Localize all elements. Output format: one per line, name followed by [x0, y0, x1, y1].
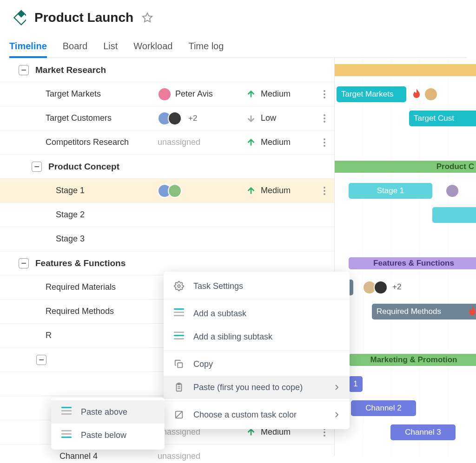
avatar-icon[interactable]: [158, 87, 172, 101]
priority-up-icon: [246, 186, 256, 196]
collapse-toggle-icon[interactable]: −: [19, 65, 29, 75]
gantt-task-bar[interactable]: [432, 207, 476, 223]
menu-paste-above[interactable]: Paste above: [51, 400, 165, 424]
task-list-pane: − Market Research Target Markets Peter A…: [0, 58, 335, 456]
avatar-stack[interactable]: [158, 184, 182, 198]
task-name: Target Customers: [46, 113, 112, 123]
avatar-icon[interactable]: [424, 87, 438, 101]
collapse-toggle-icon[interactable]: −: [36, 355, 46, 365]
task-row[interactable]: Stage 1 Medium: [0, 179, 334, 203]
menu-paste-below[interactable]: Paste below: [51, 424, 165, 447]
menu-custom-color[interactable]: Choose a custom task color: [164, 403, 350, 426]
bar-label: Marketing & Promotion: [370, 355, 457, 365]
assignee-extra-count: +2: [188, 114, 197, 123]
gantt-group-bar[interactable]: Marketing & Promotion: [349, 354, 476, 366]
more-actions-icon[interactable]: [324, 138, 326, 147]
gantt-group-bar[interactable]: Product C: [335, 161, 476, 173]
tab-list[interactable]: List: [103, 36, 118, 58]
more-actions-icon[interactable]: [324, 90, 326, 98]
sibling-subtask-icon: [174, 332, 184, 342]
gantt-group-bar[interactable]: Features & Functions: [349, 257, 476, 269]
priority-label: Low: [261, 113, 276, 123]
assignee-unassigned[interactable]: unassigned: [158, 137, 200, 147]
task-context-menu: Task Settings Add a subtask Add a siblin…: [164, 272, 350, 429]
svg-line-10: [176, 411, 183, 418]
no-color-icon: [174, 410, 184, 420]
svg-marker-2: [143, 13, 152, 22]
copy-icon: [174, 359, 184, 369]
chevron-right-icon: [335, 411, 339, 418]
view-tabs: Timeline Board List Workload Time log: [9, 36, 467, 58]
menu-label: Choose a custom task color: [193, 410, 297, 420]
paste-above-icon: [61, 407, 72, 417]
group-row[interactable]: − Market Research: [0, 58, 334, 82]
task-name: Target Markets: [46, 89, 101, 99]
bar-label: Features & Functions: [373, 259, 454, 268]
gantt-task-bar[interactable]: Stage 1: [349, 183, 432, 199]
priority-up-icon: [246, 89, 256, 99]
flame-icon: [411, 88, 422, 101]
priority-label: Medium: [261, 89, 291, 99]
task-name: R: [46, 331, 52, 340]
menu-add-subtask[interactable]: Add a subtask: [164, 302, 350, 325]
more-actions-icon[interactable]: [324, 428, 326, 437]
page-title: Product Launch: [34, 10, 133, 25]
menu-copy[interactable]: Copy: [164, 352, 350, 376]
task-row[interactable]: Stage 2: [0, 203, 334, 227]
svg-point-3: [178, 285, 180, 287]
task-name: Required Methods: [46, 306, 114, 316]
avatar-icon[interactable]: [445, 184, 459, 198]
gear-icon: [174, 281, 184, 291]
assignee-unassigned[interactable]: unassigned: [158, 451, 200, 461]
menu-label: Paste above: [81, 407, 127, 417]
gantt-pane[interactable]: Target Markets Target Cust Product C Sta…: [335, 58, 476, 456]
gantt-task-bar[interactable]: Required Methods: [372, 304, 476, 320]
paste-below-icon: [61, 430, 72, 440]
menu-label: Add a sibling subtask: [193, 332, 272, 342]
task-name: Required Materials: [46, 282, 116, 292]
gantt-task-bar[interactable]: Target Markets: [337, 86, 406, 102]
tab-board[interactable]: Board: [63, 36, 87, 58]
tab-timeline[interactable]: Timeline: [9, 36, 47, 58]
task-row[interactable]: Competitors Research unassigned Medium: [0, 130, 334, 155]
chevron-right-icon: [335, 384, 339, 391]
avatar-icon[interactable]: [374, 280, 388, 294]
flame-icon: [467, 305, 476, 318]
tab-timelog[interactable]: Time log: [188, 36, 224, 58]
menu-task-settings[interactable]: Task Settings: [164, 274, 350, 298]
avatar-stack[interactable]: [158, 111, 182, 125]
gantt-task-bar[interactable]: 1: [349, 376, 363, 392]
collapse-toggle-icon[interactable]: −: [19, 258, 29, 268]
task-name: Competitors Research: [46, 137, 129, 147]
menu-label: Copy: [193, 359, 213, 369]
gantt-task-bar[interactable]: Target Cust: [409, 111, 476, 126]
collapse-toggle-icon[interactable]: −: [32, 162, 42, 172]
task-row[interactable]: Target Customers +2 Low: [0, 106, 334, 130]
subtask-icon: [174, 308, 184, 319]
task-name: Stage 3: [56, 234, 85, 244]
more-actions-icon[interactable]: [324, 114, 326, 123]
task-row[interactable]: Stage 3: [0, 227, 334, 251]
gantt-task-bar[interactable]: Channel 2: [351, 400, 416, 416]
menu-paste[interactable]: Paste (first you need to cope): [164, 376, 350, 399]
tab-workload[interactable]: Workload: [133, 36, 172, 58]
task-row[interactable]: Target Markets Peter Avis Medium: [0, 82, 334, 106]
menu-label: Paste (first you need to cope): [193, 383, 303, 392]
bar-label: Product C: [436, 162, 474, 171]
bar-label: Stage 1: [377, 186, 404, 196]
menu-label: Paste below: [81, 430, 126, 440]
group-row[interactable]: − Product Concept: [0, 155, 334, 179]
menu-label: Task Settings: [193, 281, 243, 291]
menu-add-sibling-subtask[interactable]: Add a sibling subtask: [164, 325, 350, 348]
priority-down-icon: [246, 113, 256, 124]
assignee-extra-count: +2: [392, 282, 401, 292]
gantt-task-bar[interactable]: Channel 3: [390, 424, 456, 440]
svg-rect-4: [178, 363, 182, 367]
gantt-group-bar[interactable]: [335, 64, 476, 76]
bar-label: Target Markets: [341, 90, 393, 99]
priority-label: Medium: [261, 137, 291, 147]
more-actions-icon[interactable]: [324, 187, 326, 195]
favorite-star-icon[interactable]: [142, 12, 153, 23]
menu-label: Add a subtask: [193, 309, 246, 319]
task-row[interactable]: Channel 4 unassigned: [0, 444, 334, 463]
